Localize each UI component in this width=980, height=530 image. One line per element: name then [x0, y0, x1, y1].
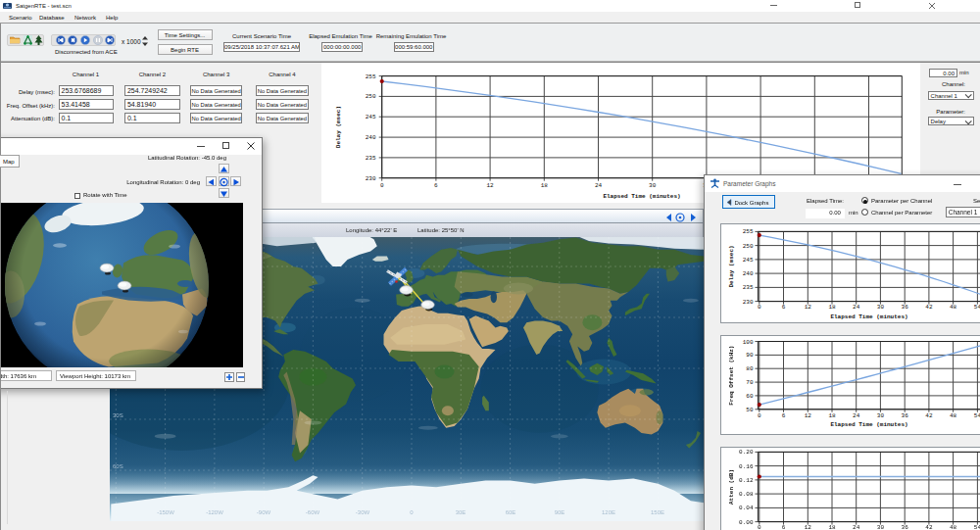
svg-text:Atten (dB): Atten (dB) — [728, 469, 735, 505]
svg-text:30E: 30E — [456, 509, 466, 515]
svg-text:230: 230 — [743, 299, 754, 306]
svg-text:18: 18 — [828, 524, 836, 530]
svg-text:0: 0 — [758, 304, 761, 311]
svg-text:240: 240 — [366, 134, 376, 141]
svg-text:-90W: -90W — [257, 509, 271, 515]
svg-text:6: 6 — [782, 304, 786, 311]
svg-text:Elapsed Time (minutes): Elapsed Time (minutes) — [830, 421, 907, 428]
svg-text:0.16: 0.16 — [739, 463, 754, 470]
svg-text:Delay (msec): Delay (msec) — [728, 245, 735, 287]
svg-text:24: 24 — [595, 182, 603, 189]
svg-text:Delay (msec): Delay (msec) — [335, 106, 342, 148]
svg-text:24: 24 — [853, 304, 860, 311]
svg-text:0.20: 0.20 — [739, 449, 754, 456]
svg-text:60E: 60E — [506, 509, 516, 515]
svg-text:42: 42 — [925, 524, 933, 530]
svg-text:30S: 30S — [113, 412, 123, 418]
svg-text:18: 18 — [828, 304, 836, 311]
svg-text:30: 30 — [877, 524, 885, 530]
svg-text:12: 12 — [486, 182, 494, 189]
svg-text:36: 36 — [902, 412, 909, 419]
svg-text:0.12: 0.12 — [739, 477, 754, 484]
svg-text:150E: 150E — [651, 509, 664, 515]
svg-text:30: 30 — [649, 182, 657, 189]
svg-text:6: 6 — [782, 524, 786, 530]
svg-text:70: 70 — [746, 379, 754, 386]
svg-text:255: 255 — [743, 228, 754, 235]
svg-text:90: 90 — [746, 352, 754, 359]
svg-text:250: 250 — [743, 243, 754, 250]
svg-text:255: 255 — [366, 73, 376, 80]
svg-text:Elapsed Time (minutes): Elapsed Time (minutes) — [830, 313, 907, 320]
svg-text:12: 12 — [805, 524, 812, 530]
svg-text:230: 230 — [366, 175, 376, 182]
svg-text:6: 6 — [782, 412, 786, 419]
svg-text:120E: 120E — [602, 509, 615, 515]
svg-text:250: 250 — [366, 93, 376, 100]
svg-text:-30W: -30W — [356, 509, 370, 515]
svg-text:245: 245 — [743, 257, 754, 264]
svg-text:48: 48 — [950, 524, 957, 530]
svg-text:0.04: 0.04 — [739, 505, 754, 511]
svg-text:245: 245 — [366, 114, 376, 120]
svg-text:30: 30 — [877, 304, 885, 311]
svg-text:24: 24 — [853, 412, 860, 419]
svg-text:12: 12 — [805, 304, 812, 311]
svg-text:12: 12 — [805, 412, 812, 419]
svg-text:90E: 90E — [555, 509, 565, 515]
svg-text:100: 100 — [743, 339, 754, 346]
svg-text:60: 60 — [746, 393, 754, 400]
svg-text:0: 0 — [758, 412, 761, 419]
svg-text:54: 54 — [974, 412, 980, 419]
svg-text:235: 235 — [366, 155, 376, 162]
svg-text:-120W: -120W — [206, 509, 223, 515]
svg-text:24: 24 — [853, 524, 860, 530]
svg-text:6: 6 — [434, 182, 438, 189]
svg-text:60S: 60S — [113, 463, 123, 469]
svg-text:Elapsed Time (minutes): Elapsed Time (minutes) — [603, 193, 680, 200]
svg-text:36: 36 — [902, 304, 909, 311]
svg-text:54: 54 — [974, 304, 980, 311]
svg-text:Freq Offset (kHz): Freq Offset (kHz) — [728, 346, 735, 406]
svg-text:0: 0 — [758, 524, 761, 530]
svg-text:18: 18 — [541, 182, 549, 189]
svg-text:42: 42 — [925, 304, 933, 311]
svg-text:54: 54 — [974, 524, 980, 530]
svg-text:18: 18 — [828, 412, 836, 419]
svg-text:235: 235 — [743, 284, 754, 291]
svg-text:30: 30 — [877, 412, 885, 419]
svg-text:50: 50 — [746, 407, 754, 413]
svg-text:0.00: 0.00 — [739, 519, 754, 526]
svg-text:0: 0 — [380, 182, 384, 189]
svg-text:48: 48 — [950, 304, 957, 311]
svg-text:0.08: 0.08 — [739, 491, 754, 498]
svg-text:240: 240 — [743, 270, 754, 277]
svg-text:80: 80 — [746, 365, 754, 372]
svg-text:36: 36 — [902, 524, 909, 530]
svg-text:42: 42 — [925, 412, 933, 419]
svg-text:-60W: -60W — [306, 509, 320, 515]
svg-text:48: 48 — [950, 412, 957, 419]
svg-text:-150W: -150W — [157, 509, 174, 515]
